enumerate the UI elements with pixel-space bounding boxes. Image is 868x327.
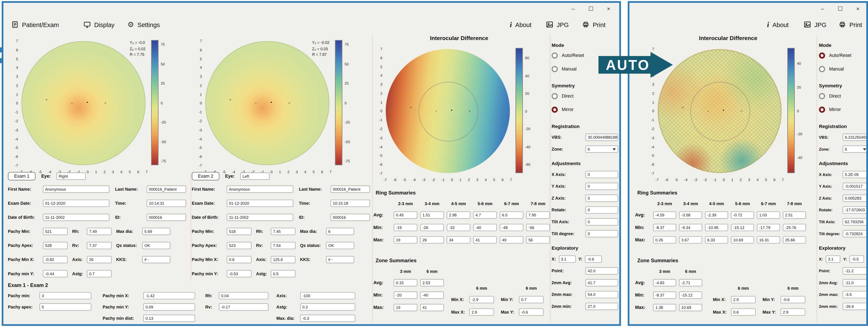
field-input[interactable]: 01-12-2020 — [43, 200, 110, 207]
field-input[interactable]: 0.6 — [227, 256, 252, 263]
radio-selected-icon[interactable] — [552, 107, 558, 113]
field-input[interactable]: # - — [142, 256, 170, 263]
panel-field-input[interactable]: 5.2E-05 — [843, 171, 868, 178]
zone-select[interactable]: 6 — [586, 146, 618, 153]
panel-field-input[interactable]: 0 — [586, 230, 618, 237]
radio-option-mirror[interactable]: Mirror — [552, 107, 618, 113]
field-input[interactable]: Anonymous — [227, 185, 293, 193]
radio-option-mirror[interactable]: Mirror — [819, 107, 868, 113]
field-input[interactable]: 7.45 — [271, 228, 296, 235]
panel-field-input[interactable]: -17.572603 — [843, 206, 868, 214]
panel-field-input[interactable]: -0.732824 — [843, 230, 868, 237]
panel-field-input[interactable]: 0 — [586, 195, 618, 202]
panel-field-input[interactable]: 42.0 — [586, 267, 618, 274]
field-input[interactable]: 7.49 — [87, 228, 112, 235]
field-input[interactable]: 528 — [43, 242, 68, 249]
field-input[interactable]: 000016 — [147, 214, 186, 221]
exploratory-input[interactable]: 3.1 — [559, 256, 576, 263]
field-input[interactable]: 0.5 — [271, 270, 296, 277]
exploratory-input[interactable]: 3.1 — [826, 256, 840, 263]
panel-field-input[interactable]: 30.00944988188 — [586, 133, 618, 141]
panel-field-input[interactable]: -26.6 — [843, 303, 868, 310]
panel-field-input[interactable]: 0 — [586, 218, 618, 226]
field-input[interactable]: -0.82 — [43, 256, 68, 263]
radio-unselected-icon[interactable] — [552, 66, 558, 72]
exploratory-input[interactable]: -0.5 — [850, 256, 864, 263]
radio-option-direct[interactable]: Direct — [552, 93, 618, 99]
field-input[interactable]: -0.53 — [227, 270, 252, 277]
field-input[interactable]: 125.6 — [271, 256, 296, 263]
field-input[interactable]: OK — [142, 242, 170, 249]
panel-field-input[interactable]: -0.001517 — [843, 183, 868, 190]
field-input[interactable]: 10:15:18 — [331, 200, 370, 207]
eye-value[interactable]: Right — [56, 173, 86, 180]
menu-display[interactable]: Display — [84, 21, 115, 28]
radio-unselected-icon[interactable] — [552, 52, 558, 59]
exam1-button[interactable]: Exam 1 — [8, 172, 36, 180]
close-button[interactable]: × — [856, 5, 860, 12]
field-input[interactable]: Anonymous — [43, 185, 110, 193]
menu-jpg[interactable]: JPG — [804, 21, 827, 28]
panel-field-input[interactable]: 6.23125045972 — [843, 133, 868, 141]
menu-patient-exam[interactable]: Patient/Exam — [11, 21, 59, 28]
menu-about[interactable]: i About — [510, 21, 532, 28]
exam2-button[interactable]: Exam 2 — [192, 172, 219, 180]
field-input[interactable]: 5.69 — [142, 228, 170, 235]
radio-option-auto-reset[interactable]: Auto/Reset — [819, 52, 868, 59]
radio-unselected-icon[interactable] — [819, 93, 825, 99]
menu-print[interactable]: Print — [582, 21, 606, 28]
field-input[interactable]: 26 — [87, 256, 112, 263]
field-input[interactable]: # - — [326, 256, 354, 263]
summary-value: 34 — [447, 236, 470, 243]
panel-field-input[interactable]: -11.0 — [843, 279, 868, 286]
panel-field-input[interactable]: 54.0 — [586, 291, 618, 298]
exam1-pachymetry-map[interactable] — [22, 41, 146, 165]
field-input[interactable]: 523 — [227, 242, 252, 249]
maximize-button[interactable]: ☐ — [588, 5, 594, 12]
radio-selected-icon[interactable] — [819, 107, 825, 113]
minimize-button[interactable]: – — [821, 5, 824, 12]
panel-field-input[interactable]: 62.793256 — [843, 218, 868, 226]
zone-select[interactable]: 6 — [843, 146, 868, 153]
close-button[interactable]: × — [607, 5, 610, 12]
field-input[interactable]: 10:14:31 — [147, 200, 186, 207]
field-input[interactable]: 11-11-2002 — [227, 214, 293, 221]
field-input[interactable]: 7.37 — [87, 242, 112, 249]
field-input[interactable]: 000016_Patient — [331, 185, 370, 193]
field-input[interactable]: -0.44 — [43, 270, 68, 277]
panel-field-input[interactable]: 0.005283 — [843, 195, 868, 202]
radio-option-manual[interactable]: Manual — [819, 66, 868, 72]
field-input[interactable]: 518 — [227, 228, 252, 235]
menu-jpg[interactable]: JPG — [546, 21, 569, 28]
panel-field-input[interactable]: 27.0 — [586, 303, 618, 310]
panel-field-input[interactable]: 0 — [586, 183, 618, 190]
menu-settings[interactable]: ⚙ Settings — [127, 21, 160, 28]
exam2-pachymetry-map[interactable] — [205, 41, 329, 165]
field-input[interactable]: 11-11-2002 — [43, 214, 110, 221]
eye-value[interactable]: Left — [240, 173, 270, 180]
field-input[interactable]: 000016_Patient — [147, 185, 186, 193]
panel-field-input[interactable]: -11.2 — [843, 267, 868, 274]
minimize-button[interactable]: – — [571, 5, 575, 12]
radio-option-direct[interactable]: Direct — [819, 93, 868, 99]
panel-field-input[interactable]: 41.7 — [586, 279, 618, 286]
menu-about[interactable]: i About — [767, 21, 789, 28]
field-input[interactable]: 7.54 — [271, 242, 296, 249]
field-input[interactable]: 0.7 — [87, 270, 112, 277]
colorbar-ticks: 7550250-25-50-75 — [161, 42, 174, 163]
panel-field-input[interactable]: 0 — [586, 206, 618, 214]
panel-field-input[interactable]: -3.5 — [843, 291, 868, 298]
field-input[interactable]: OK — [326, 242, 354, 249]
exploratory-input[interactable]: -0.6 — [585, 256, 602, 263]
form-row: Pachy Min X:0.6Axis:125.6KKS:# - — [192, 256, 374, 263]
menu-print[interactable]: Print — [839, 21, 862, 28]
maximize-button[interactable]: ☐ — [838, 5, 843, 12]
field-input[interactable]: 6 — [326, 228, 354, 235]
field-input[interactable]: 000016 — [331, 214, 370, 221]
field-input[interactable]: 01-12-2020 — [227, 200, 293, 207]
radio-selected-icon[interactable] — [819, 52, 825, 59]
radio-unselected-icon[interactable] — [552, 93, 558, 99]
radio-unselected-icon[interactable] — [819, 66, 825, 72]
panel-field-input[interactable]: 0 — [586, 171, 618, 178]
field-input[interactable]: 521 — [43, 228, 68, 235]
